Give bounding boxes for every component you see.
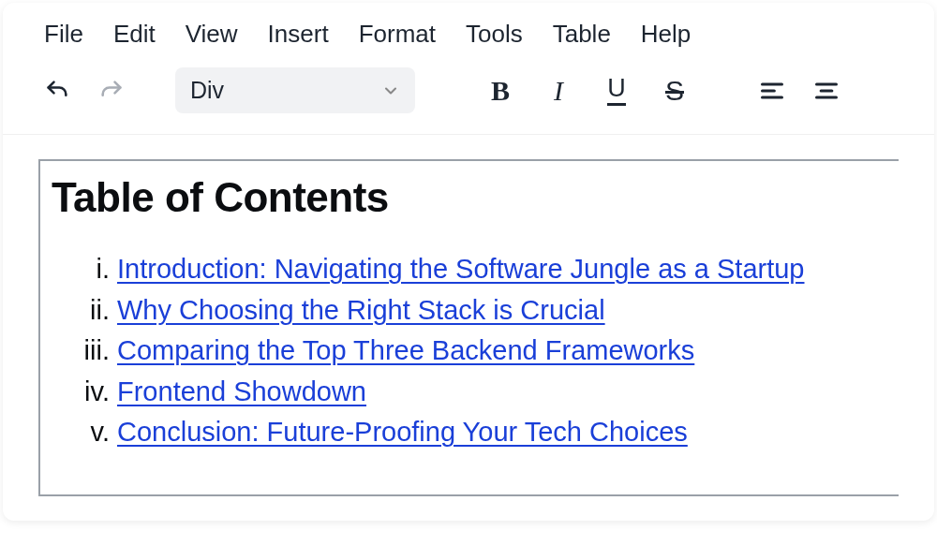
menu-format[interactable]: Format	[359, 20, 436, 49]
menubar: File Edit View Insert Format Tools Table…	[3, 3, 934, 58]
underline-icon: U	[607, 76, 626, 106]
redo-button[interactable]	[93, 72, 130, 110]
toc-item: Introduction: Navigating the Software Ju…	[117, 249, 887, 290]
toc-item: Comparing the Top Three Backend Framewor…	[117, 331, 887, 372]
menu-view[interactable]: View	[186, 20, 238, 49]
align-group	[756, 75, 842, 107]
strikethrough-icon: S	[665, 75, 684, 107]
menu-help[interactable]: Help	[641, 20, 691, 49]
italic-button[interactable]: I	[543, 75, 574, 107]
editor-container: File Edit View Insert Format Tools Table…	[3, 3, 934, 521]
chevron-down-icon	[381, 81, 400, 100]
align-left-icon	[759, 78, 785, 104]
toc-link-5[interactable]: Conclusion: Future-Proofing Your Tech Ch…	[117, 417, 688, 447]
menu-edit[interactable]: Edit	[113, 20, 156, 49]
bold-icon: B	[491, 75, 510, 107]
strikethrough-button[interactable]: S	[659, 75, 691, 107]
italic-icon: I	[554, 75, 563, 107]
menu-table[interactable]: Table	[553, 20, 611, 49]
toc-title: Table of Contents	[52, 174, 887, 221]
align-center-button[interactable]	[811, 75, 842, 107]
toc-list: Introduction: Navigating the Software Ju…	[52, 249, 887, 453]
toc-container: Table of Contents Introduction: Navigati…	[38, 159, 899, 496]
block-type-label: Div	[190, 77, 224, 104]
underline-button[interactable]: U	[601, 75, 632, 107]
bold-button[interactable]: B	[484, 75, 516, 107]
menu-file[interactable]: File	[44, 20, 83, 49]
toc-link-1[interactable]: Introduction: Navigating the Software Ju…	[117, 254, 805, 284]
align-left-button[interactable]	[756, 75, 788, 107]
format-group: B I U S	[484, 75, 691, 107]
toc-item: Conclusion: Future-Proofing Your Tech Ch…	[117, 412, 887, 453]
menu-tools[interactable]: Tools	[466, 20, 523, 49]
toc-item: Why Choosing the Right Stack is Crucial	[117, 290, 887, 332]
undo-button[interactable]	[38, 72, 76, 110]
undo-icon	[44, 78, 70, 104]
toc-link-4[interactable]: Frontend Showdown	[117, 376, 366, 406]
redo-icon	[98, 78, 125, 104]
editor-content[interactable]: Table of Contents Introduction: Navigati…	[3, 135, 934, 521]
block-type-select[interactable]: Div	[175, 67, 415, 113]
toc-link-2[interactable]: Why Choosing the Right Stack is Crucial	[117, 295, 605, 325]
toc-link-3[interactable]: Comparing the Top Three Backend Framewor…	[117, 335, 694, 365]
toc-item: Frontend Showdown	[117, 372, 887, 413]
menu-insert[interactable]: Insert	[268, 20, 329, 49]
align-center-icon	[813, 78, 840, 104]
toolbar: Div B I U S	[3, 58, 934, 135]
